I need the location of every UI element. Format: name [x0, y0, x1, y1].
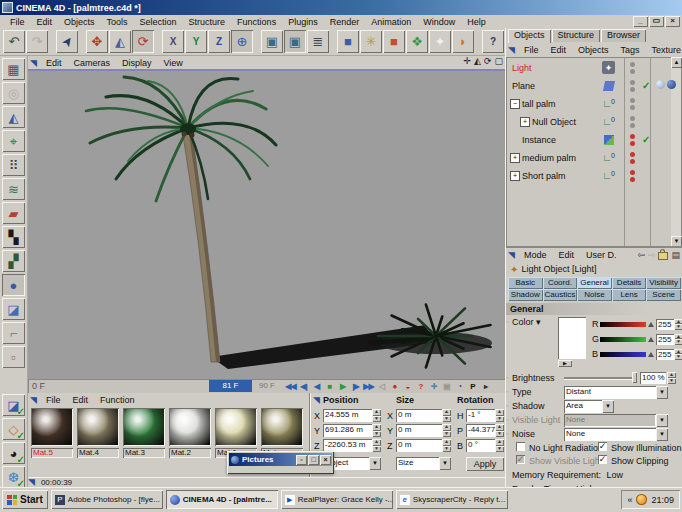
goto-start-button[interactable]: ◀◀ — [284, 380, 297, 393]
toggle-bounds-icon[interactable]: ◇✓ — [2, 418, 25, 440]
taskbar-task[interactable]: Adobe Photoshop - [flye... — [51, 490, 163, 509]
tray-collapse-icon[interactable]: « — [627, 495, 632, 505]
visibility-dots[interactable] — [630, 152, 635, 164]
key-scale-button[interactable]: ▣ — [440, 380, 453, 393]
expander-icon[interactable]: + — [510, 171, 520, 181]
next-key-button[interactable]: |▶ — [349, 380, 362, 393]
pictures-titlebar[interactable]: Pictures ▫ □ × — [229, 453, 332, 466]
render-settings-icon[interactable]: ≣ — [307, 30, 329, 53]
polygons-mode-icon[interactable]: ▰ — [2, 202, 25, 224]
swatch-expand-button[interactable]: ▶ — [558, 360, 572, 367]
attr-tab-lens[interactable]: Lens — [612, 289, 647, 301]
attr-tab-noise[interactable]: Noise — [577, 289, 612, 301]
shade-button[interactable]: ▫ — [296, 455, 307, 465]
attr-tab-general[interactable]: General — [577, 277, 612, 289]
menu-edit[interactable]: Edit — [31, 16, 59, 28]
chevron-down-icon[interactable]: ▼ — [369, 457, 381, 470]
taskbar-task[interactable]: CINEMA 4D - [palmtre... — [166, 490, 278, 509]
stepper[interactable]: ▲▼ — [674, 334, 682, 345]
expander-icon[interactable]: + — [510, 153, 520, 163]
object-axis-mode-icon[interactable]: ◭ — [2, 106, 25, 128]
lock-x-axis-icon[interactable]: X — [162, 30, 184, 53]
object-name[interactable]: Instance — [522, 135, 556, 145]
slider-marker-icon[interactable] — [648, 322, 654, 327]
toggle-view-icon[interactable]: ▢ — [494, 56, 503, 66]
object-name[interactable]: Short palm — [522, 171, 566, 181]
chevron-down-icon[interactable]: ▼ — [656, 428, 668, 441]
live-selection-icon[interactable]: ➤ — [56, 30, 78, 53]
scroll-up-icon[interactable]: ▲ — [671, 57, 682, 68]
camera-undo-icon[interactable]: ◎ — [2, 82, 25, 104]
object-name[interactable]: tall palm — [522, 99, 556, 109]
brightness-slider[interactable] — [564, 377, 636, 379]
stepper[interactable]: ▲▼ — [442, 424, 451, 437]
rotation-p-field[interactable]: -44.377 °▲▼ — [466, 424, 504, 437]
stepper[interactable]: ▲▼ — [372, 424, 381, 437]
menu-structure[interactable]: Structure — [183, 16, 232, 28]
pictures-window[interactable]: Pictures ▫ □ × — [227, 451, 334, 474]
texture-axis-mode-icon[interactable]: ▞ — [2, 250, 25, 272]
material-item[interactable]: Mat.3 — [123, 408, 168, 458]
key-parameter-button[interactable]: P — [466, 380, 479, 393]
animation-mode-icon[interactable]: ◪ — [2, 298, 25, 320]
position-y-field[interactable]: 691.286 m▲▼ — [323, 424, 381, 437]
stepper[interactable]: ▲▼ — [442, 439, 451, 452]
stepper[interactable]: ▲▼ — [495, 409, 504, 422]
expander-icon[interactable]: + — [520, 117, 530, 127]
size-z-field[interactable]: 0 m▲▼ — [396, 439, 451, 452]
globe-tray-icon[interactable] — [636, 494, 647, 505]
sound-button[interactable]: ◁ — [375, 380, 388, 393]
channel-value[interactable]: 255 — [656, 319, 674, 330]
menu-window[interactable]: Window — [417, 16, 461, 28]
stepper[interactable]: ▲▼ — [674, 349, 682, 360]
material-thumbnail[interactable] — [123, 408, 165, 446]
add-light-icon[interactable]: ✦ — [429, 30, 451, 53]
material-item[interactable]: Mat.2 — [169, 408, 214, 458]
previous-key-button[interactable]: ◀| — [297, 380, 310, 393]
object-tree-row[interactable]: +medium palm∟0 — [506, 149, 671, 167]
stepper[interactable]: ▲▼ — [372, 409, 381, 422]
timeline[interactable]: 0 F 81 F 90 F ◀◀◀|◀■▶|▶▶▶◁●◒?✛▣◔P▸ — [28, 379, 505, 393]
toggle-snap-icon[interactable]: ❆✓ — [2, 466, 25, 488]
tab-objects[interactable]: Objects — [508, 29, 551, 43]
viewport-menu-cameras[interactable]: Cameras — [67, 58, 116, 68]
maximize-button[interactable]: □ — [308, 455, 319, 465]
play-forward-button[interactable]: ▶ — [336, 380, 349, 393]
visibility-dots[interactable] — [630, 134, 635, 146]
menu-tools[interactable]: Tools — [101, 16, 134, 28]
show-clipping-checkbox[interactable]: ✓ — [598, 455, 607, 464]
object-name[interactable]: Plane — [512, 81, 535, 91]
scale-icon[interactable]: ◭ — [109, 30, 131, 53]
key-position-button[interactable]: ✛ — [427, 380, 440, 393]
visibility-dots[interactable] — [630, 170, 635, 182]
show-illumination-checkbox[interactable]: ✓ — [598, 442, 607, 451]
attr-tab-details[interactable]: Details — [612, 277, 647, 289]
timeline-current-frame[interactable]: 81 F — [209, 380, 252, 392]
restore-button[interactable]: ▭ — [649, 16, 664, 27]
attr-tab-shadow[interactable]: Shadow — [508, 289, 543, 301]
redo-icon[interactable]: ↷ — [26, 30, 48, 53]
toggle-visibility-icon[interactable]: ◕✓ — [2, 442, 25, 464]
tab-structure[interactable]: Structure — [552, 29, 601, 42]
menu-animation[interactable]: Animation — [365, 16, 417, 28]
stepper[interactable]: ▲▼ — [442, 409, 451, 422]
shadow-dropdown[interactable]: Area▼ — [564, 400, 614, 413]
stop-button[interactable]: ■ — [323, 380, 336, 393]
context-help-icon[interactable]: ? — [482, 30, 504, 53]
menu-selection[interactable]: Selection — [134, 16, 183, 28]
material-thumbnail[interactable] — [215, 408, 257, 446]
material-thumbnail[interactable] — [31, 408, 73, 446]
camera-scale-icon[interactable]: ◭ — [474, 56, 481, 66]
coordinate-system-icon[interactable]: ⊕ — [231, 30, 253, 53]
rotation-b-field[interactable]: 0 °▲▼ — [466, 439, 504, 452]
stepper[interactable]: ▲▼ — [495, 424, 504, 437]
attr-tab-coord[interactable]: Coord. — [543, 277, 578, 289]
goto-end-button[interactable]: ▶▶ — [362, 380, 375, 393]
menu-objects[interactable]: Objects — [58, 16, 101, 28]
play-backward-button[interactable]: ◀ — [310, 380, 323, 393]
record-button[interactable]: ● — [388, 380, 401, 393]
start-button[interactable]: Start — [2, 490, 48, 509]
menu-help[interactable]: Help — [461, 16, 492, 28]
attr-menu-edit[interactable]: Edit — [552, 250, 580, 260]
visibility-dots[interactable] — [630, 62, 635, 74]
